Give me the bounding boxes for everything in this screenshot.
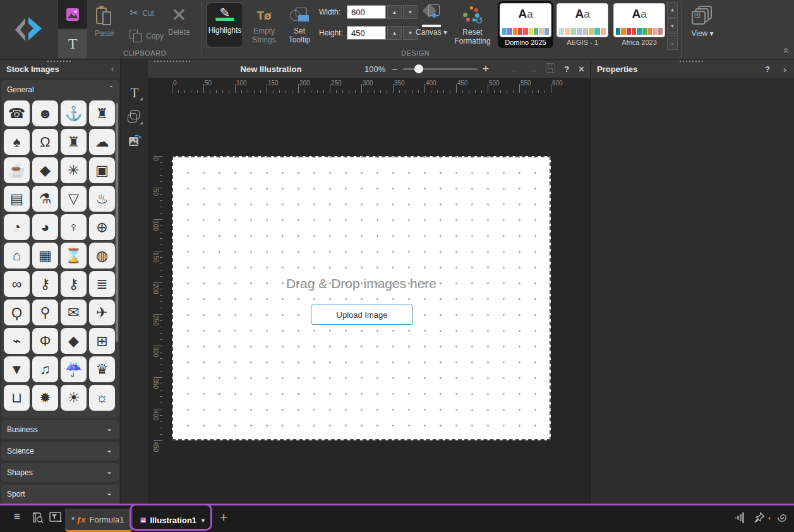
stock-image-tile[interactable]: ⌂ [4, 243, 30, 269]
menu-button[interactable]: ≡ [14, 511, 20, 523]
chevron-up-icon[interactable]: ˆ [110, 85, 112, 94]
data-browser-button[interactable] [32, 512, 44, 526]
stock-image-tile[interactable]: ⚲ [32, 299, 58, 325]
panel-drag-handle[interactable] [154, 61, 192, 62]
stock-image-tile[interactable]: ☀ [61, 385, 87, 411]
collapse-panel-button[interactable]: ‹ [111, 64, 114, 73]
theme-card-domino-2025[interactable]: AaDomino 2025 [498, 1, 553, 48]
close-illustration-button[interactable]: ✕ [578, 64, 585, 74]
stock-image-tile[interactable]: ✉ [61, 299, 87, 325]
stock-image-tile[interactable]: ◔ [4, 214, 30, 240]
copy-button[interactable]: Copy [129, 30, 164, 42]
zoom-slider[interactable] [403, 68, 478, 70]
stock-image-tile[interactable]: ∞ [4, 271, 30, 297]
delete-button[interactable]: ✕ Delete [168, 3, 190, 37]
add-tab-button[interactable]: + [220, 510, 227, 525]
section-shapes[interactable]: Shapes⌄ [1, 463, 119, 482]
stock-image-tile[interactable]: ♠ [4, 129, 30, 155]
stock-image-tile[interactable]: ⚓ [61, 100, 87, 126]
chevron-down-icon[interactable]: ▼ [200, 517, 206, 524]
stock-image-tile[interactable]: ♨ [89, 186, 115, 212]
gallery-expand-button[interactable]: ⌄ [667, 35, 678, 50]
shape-tool-button[interactable] [125, 108, 144, 126]
tab-formula1[interactable]: * ƒx Formula1 [65, 509, 133, 532]
canvas-color-button[interactable]: Canvas ▾ [414, 4, 449, 37]
section-business[interactable]: Business⌄ [1, 420, 119, 439]
stock-image-tile[interactable]: ✈ [89, 299, 115, 325]
stock-image-tile[interactable]: ◆ [32, 157, 58, 183]
pin-options-caret[interactable]: ▾ [768, 516, 771, 521]
filter-button[interactable] [49, 512, 63, 526]
tab-illustration1[interactable]: Illustration1 ▼ [140, 509, 206, 532]
stock-image-tile[interactable]: ▼ [4, 356, 30, 382]
spiral-button[interactable] [776, 511, 788, 526]
set-tooltip-button[interactable]: Set Tooltip [283, 5, 316, 44]
width-input[interactable] [347, 5, 386, 19]
stock-image-tile[interactable]: ♛ [89, 356, 115, 382]
stock-image-tile[interactable]: ⊞ [89, 328, 115, 354]
stock-image-tile[interactable]: ◍ [89, 243, 115, 269]
theme-card-africa-2023[interactable]: AaAfrica 2023 [611, 1, 667, 48]
zoom-slider-knob[interactable] [414, 64, 423, 73]
app-logo[interactable] [0, 0, 57, 59]
stock-image-tile[interactable]: ☔ [61, 356, 87, 382]
stock-image-tile[interactable]: Ϙ [4, 299, 30, 325]
stock-image-tile[interactable]: ♫ [32, 356, 58, 382]
zoom-in-button[interactable]: + [483, 63, 490, 76]
stock-image-tile[interactable]: ⚷ [61, 271, 87, 297]
stock-image-tile[interactable]: ♜ [61, 129, 87, 155]
stock-image-tile[interactable]: ⌛ [61, 243, 87, 269]
zoom-out-button[interactable]: − [392, 64, 397, 75]
stock-image-tile[interactable]: ✹ [32, 385, 58, 411]
stock-image-tile[interactable]: ⊕ [89, 214, 115, 240]
help-button[interactable]: ? [564, 64, 569, 74]
view-button[interactable]: ⊞ View ▾ [687, 4, 718, 38]
stock-image-tile[interactable]: ⚷ [32, 271, 58, 297]
gallery-up-button[interactable]: ▲ [667, 2, 678, 18]
save-button[interactable] [546, 63, 555, 75]
chevron-down-icon[interactable]: ⌄ [106, 488, 112, 497]
stock-image-tile[interactable]: ▣ [89, 157, 115, 183]
logo-mini-button[interactable] [733, 512, 745, 526]
stock-image-tile[interactable]: ≣ [89, 271, 115, 297]
stock-image-tile[interactable]: ♀ [61, 214, 87, 240]
image-tool-button[interactable] [58, 0, 87, 28]
stock-image-tile[interactable]: ▤ [4, 186, 30, 212]
text-tool-button[interactable]: T [58, 30, 87, 58]
stock-image-tile[interactable]: Φ [32, 328, 58, 354]
stock-image-tile[interactable]: ☁ [89, 129, 115, 155]
general-section-header[interactable]: General ˆ [1, 80, 119, 99]
stock-image-tile[interactable]: ◕ [32, 214, 58, 240]
stock-image-tile[interactable]: ☼ [89, 385, 115, 411]
width-increase-button[interactable]: ▲ [387, 5, 402, 19]
height-input[interactable] [347, 26, 386, 40]
upload-image-button[interactable]: Upload Image [311, 305, 413, 325]
undo-button[interactable]: ← [510, 64, 520, 75]
stock-image-tile[interactable]: ▦ [32, 243, 58, 269]
chevron-down-icon[interactable]: ⌄ [106, 424, 112, 433]
paste-button[interactable]: Paste [95, 4, 114, 38]
stock-image-tile[interactable]: ◆ [61, 328, 87, 354]
empty-strings-button[interactable]: Tø Empty Strings [248, 5, 280, 44]
redo-button[interactable]: → [528, 64, 538, 75]
stock-image-tile[interactable]: ☕ [4, 157, 30, 183]
height-increase-button[interactable]: ▲ [387, 26, 402, 40]
panel-drag-handle[interactable] [47, 61, 73, 62]
stock-image-tile[interactable]: ▽ [61, 186, 87, 212]
stock-image-tile[interactable]: ⚗ [32, 186, 58, 212]
section-sport[interactable]: Sport⌄ [1, 485, 119, 504]
theme-card-aegis-1[interactable]: AaAEGIS - 1 [555, 1, 610, 48]
chevron-down-icon[interactable]: ⌄ [106, 467, 112, 476]
gallery-down-button[interactable]: ▼ [667, 18, 678, 34]
panel-drag-handle[interactable] [680, 61, 705, 62]
stock-image-tile[interactable]: ✳ [61, 157, 87, 183]
stock-image-tile[interactable]: ☎ [4, 100, 30, 126]
icon-grid-scrollbar[interactable] [116, 103, 118, 342]
pin-panel-button[interactable] [753, 511, 766, 526]
stock-image-tile[interactable]: Ω [32, 129, 58, 155]
collapse-ribbon-button[interactable]: « [781, 48, 793, 52]
properties-help-button[interactable]: ? [765, 64, 770, 74]
stock-image-tile[interactable]: ☻ [32, 100, 58, 126]
stock-image-tile[interactable]: ⊔ [4, 385, 30, 411]
stock-image-tile[interactable]: ♜ [89, 100, 115, 126]
